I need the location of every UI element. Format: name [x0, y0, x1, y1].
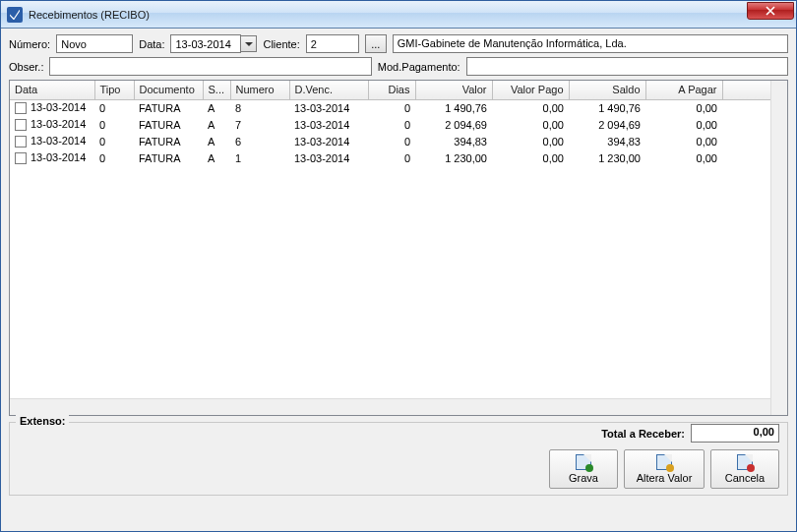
save-icon	[576, 454, 591, 470]
col-valor-pago[interactable]: Valor Pago	[492, 81, 569, 99]
col-valor[interactable]: Valor	[415, 81, 492, 99]
numero-input[interactable]	[56, 34, 133, 53]
obser-input[interactable]	[49, 57, 371, 76]
data-dropdown[interactable]	[170, 34, 257, 53]
col-tipo[interactable]: Tipo	[94, 81, 134, 99]
footer-buttons: Grava Altera Valor Cancela	[549, 449, 779, 489]
cliente-desc: GMI-Gabinete de Manutenção Informática, …	[393, 34, 788, 53]
modpag-label: Mod.Pagamento:	[378, 61, 460, 73]
row-checkbox[interactable]	[15, 136, 27, 148]
cliente-lookup-button[interactable]: ...	[365, 34, 387, 53]
cancel-icon	[737, 454, 753, 470]
app-icon	[7, 7, 23, 23]
footer-group: Extenso: Total a Receber: 0,00 Grava Alt…	[9, 422, 788, 496]
altera-valor-button[interactable]: Altera Valor	[624, 449, 705, 489]
grid-header: Data Tipo Documento S... Numero D.Venc. …	[10, 81, 787, 99]
grid-table: Data Tipo Documento S... Numero D.Venc. …	[10, 81, 787, 166]
table-row[interactable]: 13-03-20140FATURAA713-03-201402 094,690,…	[10, 116, 787, 133]
form-row-2: Obser.: Mod.Pagamento:	[9, 57, 788, 76]
close-button[interactable]	[747, 2, 794, 20]
col-dias[interactable]: Dias	[368, 81, 415, 99]
table-row[interactable]: 13-03-20140FATURAA613-03-20140394,830,00…	[10, 133, 787, 149]
total-label: Total a Receber:	[601, 428, 685, 440]
numero-label: Número:	[9, 38, 50, 50]
row-checkbox[interactable]	[15, 102, 27, 114]
data-label: Data:	[139, 38, 164, 50]
row-checkbox[interactable]	[15, 152, 27, 164]
titlebar: Recebimentos (RECIBO)	[1, 1, 796, 29]
col-s[interactable]: S...	[203, 81, 230, 99]
grid: Data Tipo Documento S... Numero D.Venc. …	[9, 80, 788, 416]
cancela-label: Cancela	[725, 472, 765, 484]
col-dvenc[interactable]: D.Venc.	[289, 81, 368, 99]
grava-label: Grava	[569, 472, 598, 484]
col-data[interactable]: Data	[10, 81, 94, 99]
close-icon	[766, 6, 775, 16]
col-saldo[interactable]: Saldo	[569, 81, 645, 99]
col-a-pagar[interactable]: A Pagar	[645, 81, 722, 99]
total-value: 0,00	[691, 424, 779, 443]
data-input[interactable]	[170, 34, 241, 53]
window-buttons	[747, 1, 796, 28]
obser-label: Obser.:	[9, 61, 43, 73]
table-row[interactable]: 13-03-20140FATURAA113-03-201401 230,000,…	[10, 149, 787, 166]
content: Número: Data: Cliente: ... GMI-Gabinete …	[1, 29, 796, 503]
extenso-label: Extenso:	[16, 415, 69, 427]
modpag-input[interactable]	[466, 57, 788, 76]
cliente-input[interactable]	[306, 34, 359, 53]
cliente-label: Cliente:	[263, 38, 299, 50]
scrollbar-horizontal[interactable]	[10, 398, 770, 415]
col-numero[interactable]: Numero	[230, 81, 289, 99]
row-checkbox[interactable]	[15, 119, 27, 131]
grid-body: 13-03-20140FATURAA813-03-201401 490,760,…	[10, 99, 787, 166]
scrollbar-vertical[interactable]	[770, 81, 787, 415]
grava-button[interactable]: Grava	[549, 449, 618, 489]
chevron-down-icon[interactable]	[241, 35, 257, 52]
total-row: Total a Receber: 0,00	[601, 424, 779, 443]
window-title: Recebimentos (RECIBO)	[29, 9, 747, 21]
window: Recebimentos (RECIBO) Número: Data: Clie…	[0, 0, 797, 532]
edit-icon	[656, 454, 672, 470]
cancela-button[interactable]: Cancela	[710, 449, 779, 489]
col-documento[interactable]: Documento	[134, 81, 203, 99]
altera-label: Altera Valor	[637, 472, 693, 484]
table-row[interactable]: 13-03-20140FATURAA813-03-201401 490,760,…	[10, 99, 787, 116]
form-row-1: Número: Data: Cliente: ... GMI-Gabinete …	[9, 34, 788, 53]
